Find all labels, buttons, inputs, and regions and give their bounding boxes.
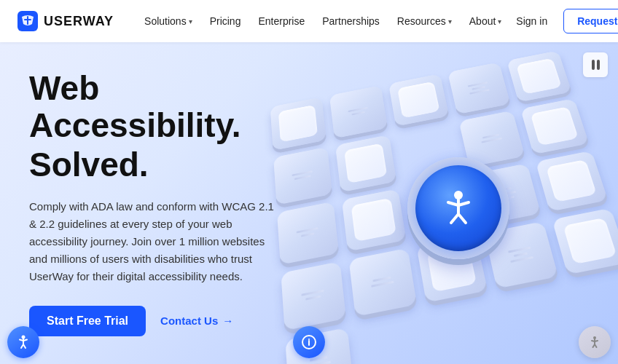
nav-right-actions: Sign in Request a Demo Start Free Trial (509, 9, 618, 33)
svg-line-12 (23, 344, 26, 348)
bottom-right-button[interactable] (579, 326, 611, 358)
hero-section: Web Accessibility. Solved. Comply with A… (0, 42, 618, 364)
bottom-center-info-button[interactable] (293, 326, 325, 358)
svg-line-21 (595, 344, 597, 347)
svg-line-19 (595, 341, 598, 341)
chevron-down-icon: ▾ (448, 17, 452, 25)
nav-pricing[interactable]: Pricing (203, 11, 249, 31)
sign-in-link[interactable]: Sign in (509, 11, 555, 31)
nav-partnerships[interactable]: Partnerships (315, 11, 387, 31)
pause-icon (592, 60, 600, 70)
svg-line-4 (458, 202, 469, 205)
key-11 (342, 189, 407, 251)
accessibility-icon-small (15, 333, 32, 351)
hero-title-line1: Web Accessibility. (29, 70, 284, 143)
bottom-left-accessibility-button[interactable] (7, 326, 39, 358)
hero-description: Comply with ADA law and conform with WCA… (29, 198, 284, 285)
svg-line-5 (451, 214, 458, 223)
chevron-down-icon: ▾ (498, 17, 501, 25)
nav-solutions[interactable]: Solutions ▾ (137, 11, 200, 31)
svg-line-3 (448, 202, 458, 205)
key-3 (388, 74, 449, 126)
logo[interactable]: USERWAY (17, 11, 114, 31)
chevron-down-icon: ▾ (189, 17, 192, 25)
arrow-icon: → (222, 314, 233, 327)
userway-logo-icon (17, 11, 38, 31)
nav-enterprise[interactable]: Enterprise (251, 11, 312, 31)
nav-resources[interactable]: Resources ▾ (390, 11, 459, 31)
logo-text: USERWAY (44, 14, 114, 29)
info-icon (301, 334, 317, 350)
pause-button[interactable] (583, 52, 608, 77)
nav-links: Solutions ▾ Pricing Enterprise Partnersh… (137, 11, 509, 31)
request-demo-button[interactable]: Request a Demo (563, 9, 618, 33)
hero-actions: Start Free Trial Contact Us → (29, 306, 284, 336)
start-free-trial-hero-button[interactable]: Start Free Trial (29, 306, 146, 336)
key-18 (552, 208, 618, 275)
key-15 (349, 248, 418, 317)
settings-icon (587, 334, 603, 350)
accessibility-center-button[interactable] (407, 157, 509, 259)
nav-about[interactable]: About ▾ (462, 11, 509, 31)
navbar: USERWAY Solutions ▾ Pricing Enterprise P… (0, 0, 618, 42)
keyboard-scene (261, 42, 618, 364)
accessibility-person-icon (437, 186, 480, 230)
key-7 (335, 135, 396, 192)
key-5 (506, 50, 571, 102)
accessibility-button-inner (415, 165, 501, 251)
key-9 (520, 98, 589, 154)
key-13 (536, 151, 609, 212)
contact-us-link[interactable]: Contact Us → (160, 314, 233, 327)
hero-title-line2: Solved. (29, 146, 284, 183)
key-2 (329, 85, 388, 138)
svg-line-6 (458, 214, 466, 223)
hero-content: Web Accessibility. Solved. Comply with A… (0, 42, 313, 364)
key-4 (447, 62, 510, 114)
svg-point-15 (308, 339, 310, 340)
